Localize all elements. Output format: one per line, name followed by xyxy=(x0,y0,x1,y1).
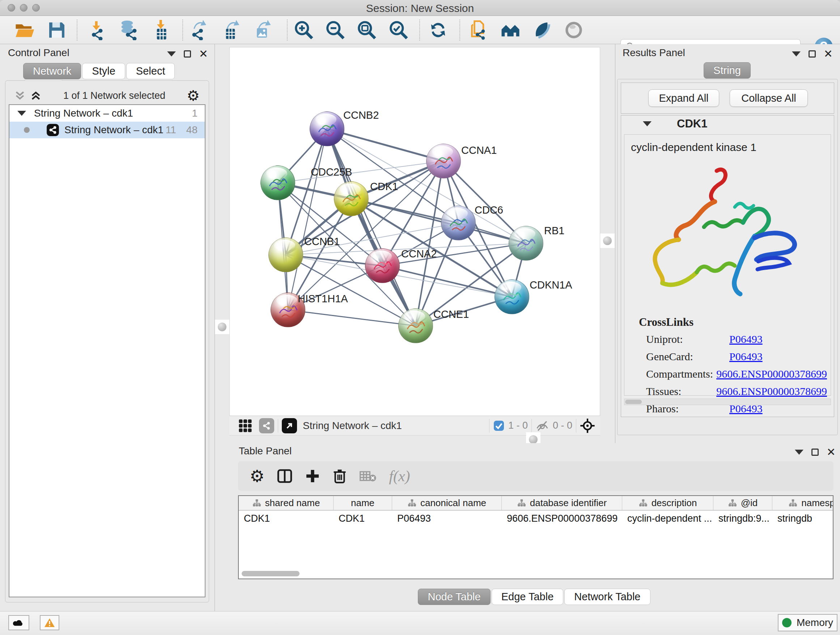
column-header-database-identifier[interactable]: database identifier xyxy=(502,496,622,510)
tab-select[interactable]: Select xyxy=(126,63,175,79)
collapse-all-networks-icon[interactable] xyxy=(14,89,26,102)
grid-view-icon[interactable] xyxy=(238,418,253,433)
cloud-button[interactable] xyxy=(8,615,29,630)
export-network-icon[interactable] xyxy=(187,19,210,41)
right-splitter-grip[interactable] xyxy=(600,233,615,248)
network-node-cdc25b[interactable] xyxy=(261,165,295,200)
network-node-cdc6[interactable] xyxy=(441,206,476,241)
network-canvas[interactable]: CCNB2CCNA1CDC25BCDK1CDC6RB1CCNB1CCNA2CDK… xyxy=(229,47,600,416)
gene-collapse-icon[interactable] xyxy=(643,121,652,126)
collapse-results-icon[interactable] xyxy=(792,51,801,57)
network-node-ccnb2[interactable] xyxy=(309,111,344,146)
network-node-cdk1[interactable] xyxy=(334,181,369,216)
network-collection-row[interactable]: String Network – cdk1 1 xyxy=(9,105,205,122)
network-node-rb1[interactable] xyxy=(508,226,543,261)
add-column-icon[interactable] xyxy=(305,469,320,484)
save-session-icon[interactable] xyxy=(46,19,68,41)
eye-slash-icon[interactable] xyxy=(531,19,554,41)
crosslink-label: Tissues: xyxy=(646,385,716,397)
node-label-ccna1: CCNA1 xyxy=(461,144,497,157)
network-node-cdkn1a[interactable] xyxy=(494,279,529,314)
crosslink-value-link[interactable]: 9606.ENSP00000378699 xyxy=(716,368,827,380)
open-in-new-window-icon[interactable] xyxy=(282,418,297,433)
toolbar-separator xyxy=(287,19,287,41)
houses-icon[interactable] xyxy=(499,19,522,41)
column-header--id[interactable]: @id xyxy=(714,496,772,510)
float-results-icon[interactable] xyxy=(808,50,816,57)
float-table-panel-icon[interactable] xyxy=(812,448,819,456)
toolbar-separator xyxy=(419,19,420,41)
column-header-name[interactable]: name xyxy=(333,496,392,510)
table-hscrollbar-thumb[interactable] xyxy=(242,571,300,576)
import-network-database-icon[interactable] xyxy=(117,19,140,41)
results-hscrollbar[interactable] xyxy=(624,399,831,405)
tab-edge-table[interactable]: Edge Table xyxy=(492,589,564,605)
tab-node-table[interactable]: Node Table xyxy=(418,589,490,605)
collapse-table-panel-icon[interactable] xyxy=(795,450,804,455)
crosslink-value-link[interactable]: P06493 xyxy=(729,333,763,345)
table-cell: stringdb:9... xyxy=(714,510,772,526)
import-network-file-icon[interactable] xyxy=(86,19,108,41)
network-node-ccna2[interactable] xyxy=(365,249,400,283)
import-table-icon[interactable] xyxy=(150,19,172,41)
network-node-ccnb1[interactable] xyxy=(268,238,303,272)
zoom-in-icon[interactable] xyxy=(293,19,315,41)
selected-checkbox-icon[interactable] xyxy=(493,420,505,432)
zoom-out-icon[interactable] xyxy=(324,19,347,41)
expand-all-networks-icon[interactable] xyxy=(30,89,42,102)
circular-arrows-icon[interactable] xyxy=(427,19,449,41)
app-window: Session: New Session ? Control Panel ✕ N… xyxy=(0,0,840,635)
gene-section-header[interactable]: CDK1 xyxy=(621,116,834,132)
table-row[interactable]: CDK1CDK1P064939606.ENSP00000378699cyclin… xyxy=(239,510,833,526)
export-image-icon[interactable] xyxy=(251,19,273,41)
tab-string[interactable]: String xyxy=(704,62,751,79)
crosslink-value-link[interactable]: 9606.ENSP00000378699 xyxy=(716,385,827,397)
delete-table-icon[interactable] xyxy=(359,469,377,483)
protein-ribbon-thumb xyxy=(399,309,433,344)
float-panel-icon[interactable] xyxy=(184,50,191,57)
warnings-button[interactable] xyxy=(40,615,59,630)
tab-network-table[interactable]: Network Table xyxy=(564,589,650,605)
node-label-cdc25b: CDC25B xyxy=(311,166,352,178)
expand-all-button[interactable]: Expand All xyxy=(648,89,719,107)
network-node-ccne1[interactable] xyxy=(398,309,433,343)
close-table-panel-icon[interactable]: ✕ xyxy=(827,447,836,458)
zoom-fit-icon[interactable] xyxy=(355,19,378,41)
network-node-count: 11 xyxy=(166,124,176,136)
column-header-canonical-name[interactable]: canonical name xyxy=(392,496,502,510)
export-table-icon[interactable] xyxy=(219,19,242,41)
results-panel-title: Results Panel xyxy=(622,47,685,59)
function-builder-icon[interactable]: f(x) xyxy=(389,467,410,485)
show-columns-icon[interactable] xyxy=(277,468,293,484)
table-settings-gear-icon[interactable]: ⚙ xyxy=(249,466,264,486)
collapse-all-button[interactable]: Collapse All xyxy=(729,89,808,107)
node-label-cdk1: CDK1 xyxy=(370,181,398,193)
crosslink-value-link[interactable]: P06493 xyxy=(729,350,763,363)
memory-label: Memory xyxy=(797,617,833,629)
network-node-ccna1[interactable] xyxy=(426,144,461,179)
zoom-selected-icon[interactable] xyxy=(387,19,410,41)
tab-network[interactable]: Network xyxy=(23,63,81,79)
collapse-panel-icon[interactable] xyxy=(167,51,176,57)
close-panel-icon[interactable]: ✕ xyxy=(199,49,208,59)
close-results-icon[interactable]: ✕ xyxy=(824,49,833,59)
warning-icon xyxy=(44,618,55,628)
crosslink-row: GeneCard:P06493 xyxy=(646,350,827,363)
network-options-gear-icon[interactable]: ⚙ xyxy=(187,87,200,104)
left-splitter-grip[interactable] xyxy=(215,320,229,334)
copy-network-icon[interactable] xyxy=(467,19,489,41)
network-share-view-icon[interactable] xyxy=(259,418,274,433)
collection-expand-icon[interactable] xyxy=(17,111,26,116)
network-row[interactable]: String Network – cdk1 11 48 xyxy=(9,122,205,138)
memory-button[interactable]: Memory xyxy=(778,614,837,631)
column-header-shared-name[interactable]: shared name xyxy=(239,496,333,510)
column-header-namespace[interactable]: namespace xyxy=(772,496,834,510)
column-header-description[interactable]: description xyxy=(622,496,714,510)
tab-style[interactable]: Style xyxy=(82,63,125,79)
node-label-ccne1: CCNE1 xyxy=(433,309,469,320)
birdseye-crosshair-icon[interactable] xyxy=(580,418,595,433)
delete-column-icon[interactable] xyxy=(332,468,347,484)
protein-ribbon-thumb xyxy=(310,112,345,147)
open-session-icon[interactable] xyxy=(13,19,36,41)
eye-icon[interactable] xyxy=(562,19,585,41)
